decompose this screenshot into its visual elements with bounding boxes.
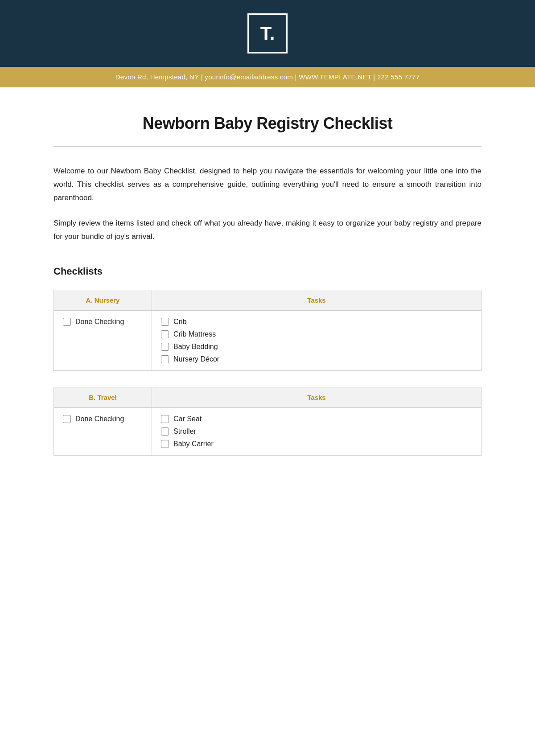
task-checkbox[interactable] (161, 318, 169, 326)
table-row: Done CheckingCar SeatStrollerBaby Carrie… (54, 407, 482, 455)
task-label: Nursery Décor (173, 355, 219, 363)
description-2: Simply review the items listed and check… (54, 217, 482, 243)
contact-bar: Devon Rd, Hempstead, NY | yourinfo@email… (0, 67, 535, 87)
list-item: Car Seat (161, 415, 472, 423)
task-checkbox[interactable] (161, 440, 169, 448)
checklists-section: Checklists A. NurseryTasksDone CheckingC… (54, 266, 482, 456)
description-1: Welcome to our Newborn Baby Checklist, d… (54, 164, 482, 204)
contact-info: Devon Rd, Hempstead, NY | yourinfo@email… (115, 73, 420, 81)
task-checkbox[interactable] (161, 330, 169, 338)
page-title: Newborn Baby Registry Checklist (54, 114, 482, 133)
task-checkbox[interactable] (161, 343, 169, 351)
logo-text: T. (260, 23, 275, 44)
task-checkbox[interactable] (161, 355, 169, 363)
done-label: Done Checking (75, 318, 124, 326)
tables-container: A. NurseryTasksDone CheckingCribCrib Mat… (54, 290, 482, 456)
table-travel-done-cell: Done Checking (54, 407, 152, 455)
list-item: Crib Mattress (161, 330, 472, 338)
checklist-table-nursery: A. NurseryTasksDone CheckingCribCrib Mat… (54, 290, 482, 371)
table-travel-col1-header: B. Travel (54, 387, 152, 407)
title-divider (54, 146, 482, 147)
header: T. (0, 0, 535, 67)
task-label: Baby Carrier (173, 440, 214, 448)
list-item: Nursery Décor (161, 355, 472, 363)
doc-title: Newborn Baby Registry Checklist (54, 114, 482, 133)
task-checkbox[interactable] (161, 415, 169, 423)
table-travel-col2-header: Tasks (152, 387, 482, 407)
table-nursery-done-cell: Done Checking (54, 310, 152, 370)
done-label: Done Checking (75, 415, 124, 423)
table-nursery-col2-header: Tasks (152, 290, 482, 310)
table-travel-tasks-cell: Car SeatStrollerBaby Carrier (152, 407, 482, 455)
checklists-heading: Checklists (54, 266, 482, 277)
table-nursery-col1-header: A. Nursery (54, 290, 152, 310)
logo-box: T. (247, 13, 288, 53)
task-checkbox[interactable] (161, 427, 169, 436)
table-nursery-tasks-cell: CribCrib MattressBaby BeddingNursery Déc… (152, 310, 482, 370)
task-label: Baby Bedding (173, 343, 218, 351)
done-checkbox[interactable] (63, 415, 71, 423)
task-label: Crib (173, 318, 186, 326)
page-wrapper: T. Devon Rd, Hempstead, NY | yourinfo@em… (0, 0, 535, 756)
task-label: Stroller (173, 427, 196, 436)
task-label: Crib Mattress (173, 330, 216, 338)
list-item: Baby Carrier (161, 440, 472, 448)
list-item: Baby Bedding (161, 343, 472, 351)
list-item: Crib (161, 318, 472, 326)
list-item: Stroller (161, 427, 472, 436)
done-checkbox[interactable] (63, 318, 71, 326)
task-label: Car Seat (173, 415, 202, 423)
table-row: Done CheckingCribCrib MattressBaby Beddi… (54, 310, 482, 370)
main-content: Newborn Baby Registry Checklist Welcome … (0, 87, 535, 756)
checklist-table-travel: B. TravelTasksDone CheckingCar SeatStrol… (54, 387, 482, 456)
